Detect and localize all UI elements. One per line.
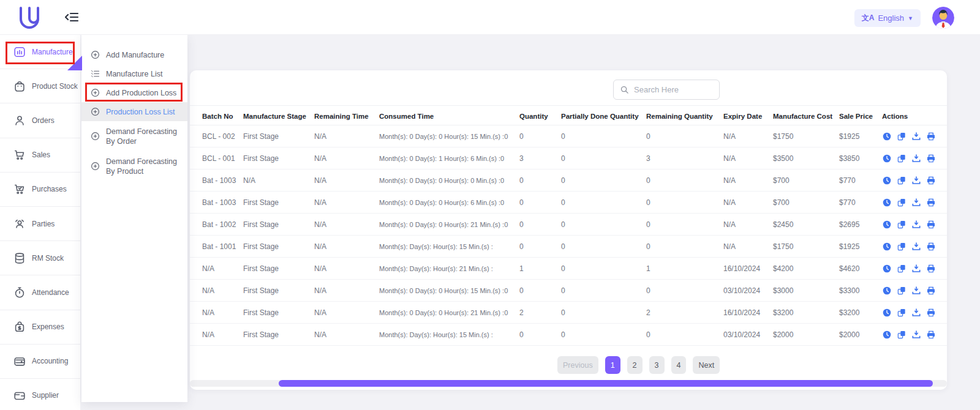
sidebar-item-attendance[interactable]: Attendance xyxy=(0,275,80,310)
view-icon[interactable] xyxy=(882,154,892,163)
cell-remaining-time: N/A xyxy=(314,214,377,236)
submenu-pointer-triangle xyxy=(67,56,82,70)
sidebar-item-expenses[interactable]: Expenses xyxy=(0,310,80,345)
submenu-item-manufacture-list[interactable]: Manufacture List xyxy=(81,64,187,83)
submenu-item-label: Demand Forecasting By Order xyxy=(106,127,183,146)
chevron-down-icon: ▼ xyxy=(908,15,913,21)
bag-icon xyxy=(13,80,26,93)
download-icon[interactable] xyxy=(911,286,921,296)
print-icon[interactable] xyxy=(926,242,936,252)
print-icon[interactable] xyxy=(926,264,936,274)
table-row: N/AFirst StageN/AMonth(s): Day(s): Hour(… xyxy=(190,324,947,346)
view-icon[interactable] xyxy=(882,286,892,296)
sidebar-item-rm-stock[interactable]: RM Stock xyxy=(0,241,80,275)
pagination-page-4[interactable]: 4 xyxy=(671,356,687,374)
search-input[interactable] xyxy=(634,85,742,94)
copy-icon[interactable] xyxy=(897,286,907,296)
view-icon[interactable] xyxy=(882,132,892,141)
sidebar-item-purchases[interactable]: Purchases xyxy=(0,173,80,207)
print-icon[interactable] xyxy=(926,132,936,141)
download-icon[interactable] xyxy=(911,308,921,318)
cell-manufacture-cost: $2450 xyxy=(773,214,837,236)
plus-circle-icon xyxy=(90,50,100,60)
sidebar-item-product-stock[interactable]: Product Stock xyxy=(0,69,80,103)
cell-remaining-quantity: 0 xyxy=(646,192,721,214)
column-header-quantity: Quantity xyxy=(519,106,559,126)
copy-icon[interactable] xyxy=(897,154,907,163)
cell-remaining-time: N/A xyxy=(314,170,377,192)
sidebar-item-label: Supplier xyxy=(32,391,59,400)
submenu-item-production-loss-list[interactable]: Production Loss List xyxy=(81,102,187,121)
cell-expiry-date: N/A xyxy=(723,214,771,236)
view-icon[interactable] xyxy=(882,220,892,229)
copy-icon[interactable] xyxy=(897,330,907,340)
cell-consumed-time: Month(s): 0 Day(s): 0 Hour(s): 15 Min.(s… xyxy=(379,280,517,302)
view-icon[interactable] xyxy=(882,198,892,207)
search-box[interactable] xyxy=(613,80,720,100)
sidebar-item-parties[interactable]: Parties xyxy=(0,207,80,241)
download-icon[interactable] xyxy=(911,176,921,185)
copy-icon[interactable] xyxy=(897,264,907,274)
view-icon[interactable] xyxy=(882,242,892,252)
submenu-item-demand-forecasting-by-order[interactable]: Demand Forecasting By Order xyxy=(81,121,187,151)
top-bar: 文A English ▼ xyxy=(0,0,980,35)
submenu-item-add-production-loss[interactable]: Add Production Loss xyxy=(81,83,187,102)
table-row: Bat - 1003First StageN/AMonth(s): 0 Day(… xyxy=(190,192,947,214)
print-icon[interactable] xyxy=(926,176,936,185)
copy-icon[interactable] xyxy=(897,308,907,318)
user-avatar[interactable] xyxy=(932,7,954,29)
cell-manufacture-stage: N/A xyxy=(243,170,312,192)
download-icon[interactable] xyxy=(911,242,921,252)
cell-remaining-time: N/A xyxy=(314,125,377,147)
cell-remaining-quantity: 2 xyxy=(646,302,721,324)
print-icon[interactable] xyxy=(926,286,936,296)
download-icon[interactable] xyxy=(911,330,921,340)
pagination-page-2[interactable]: 2 xyxy=(627,356,643,374)
print-icon[interactable] xyxy=(926,330,936,340)
pagination-next-button[interactable]: Next xyxy=(693,356,720,374)
print-icon[interactable] xyxy=(926,308,936,318)
horizontal-scrollbar-thumb[interactable] xyxy=(279,380,933,387)
view-icon[interactable] xyxy=(882,176,892,185)
copy-icon[interactable] xyxy=(897,198,907,207)
cell-consumed-time: Month(s): 0 Day(s): 0 Hour(s): 21 Min.(s… xyxy=(379,302,517,324)
sidebar-item-orders[interactable]: Orders xyxy=(0,103,80,138)
print-icon[interactable] xyxy=(926,198,936,207)
download-icon[interactable] xyxy=(911,264,921,274)
sidebar-collapse-icon[interactable] xyxy=(65,10,80,24)
copy-icon[interactable] xyxy=(897,242,907,252)
cell-remaining-quantity: 3 xyxy=(646,147,721,170)
submenu-item-demand-forecasting-by-product[interactable]: Demand Forecasting By Product xyxy=(81,151,187,181)
copy-icon[interactable] xyxy=(897,132,907,141)
cell-consumed-time: Month(s): 0 Day(s): 1 Hour(s): 6 Min.(s)… xyxy=(379,147,517,170)
cell-batch-no: N/A xyxy=(202,302,242,324)
people-icon xyxy=(13,217,26,231)
list-icon xyxy=(90,69,100,79)
production-loss-list-card: Batch NoManufacture StageRemaining TimeC… xyxy=(190,70,947,390)
submenu-item-add-manufacture[interactable]: Add Manufacture xyxy=(81,45,187,64)
sidebar-item-accounting[interactable]: Accounting xyxy=(0,345,80,379)
download-icon[interactable] xyxy=(911,220,921,229)
view-icon[interactable] xyxy=(882,308,892,318)
print-icon[interactable] xyxy=(926,154,936,163)
view-icon[interactable] xyxy=(882,330,892,340)
download-icon[interactable] xyxy=(911,154,921,163)
cell-actions xyxy=(882,236,943,258)
print-icon[interactable] xyxy=(926,220,936,229)
copy-icon[interactable] xyxy=(897,176,907,185)
view-icon[interactable] xyxy=(882,264,892,274)
horizontal-scrollbar-track[interactable] xyxy=(190,380,947,387)
pagination-page-1[interactable]: 1 xyxy=(605,356,620,374)
cell-partially-done-quantity: 0 xyxy=(561,302,644,324)
copy-icon[interactable] xyxy=(897,220,907,229)
download-icon[interactable] xyxy=(911,198,921,207)
download-icon[interactable] xyxy=(911,132,921,141)
sidebar-item-supplier[interactable]: Supplier xyxy=(0,379,80,410)
cell-consumed-time: Month(s): 0 Day(s): 0 Hour(s): 0 Min.(s)… xyxy=(379,170,517,192)
sidebar-item-label: Parties xyxy=(32,220,55,228)
pagination-page-3[interactable]: 3 xyxy=(649,356,665,374)
pagination-previous-button[interactable]: Previous xyxy=(557,356,598,374)
language-selector[interactable]: 文A English ▼ xyxy=(854,9,921,27)
sidebar-item-sales[interactable]: Sales xyxy=(0,138,80,173)
cell-manufacture-cost: $700 xyxy=(773,170,837,192)
